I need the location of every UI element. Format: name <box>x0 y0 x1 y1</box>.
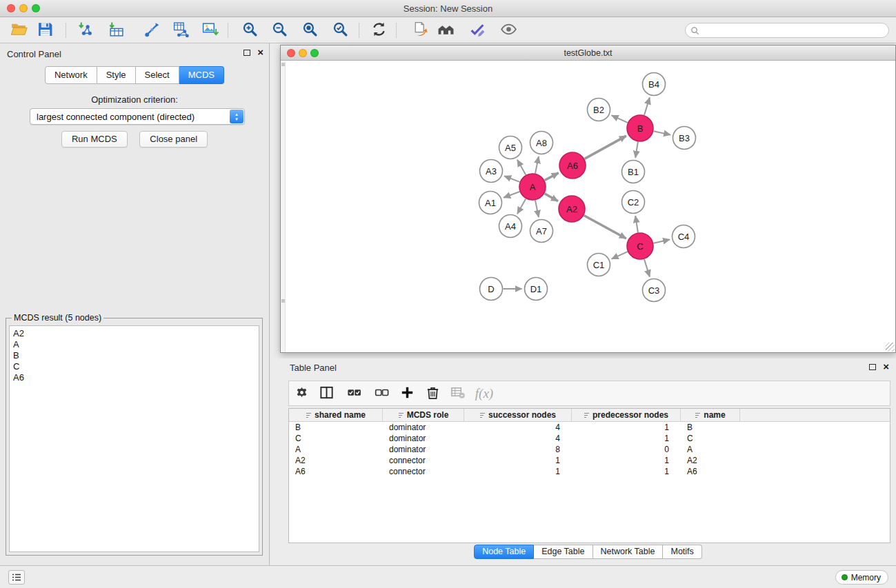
zoom-fit-button[interactable] <box>299 21 320 40</box>
table-cell[interactable]: A <box>681 444 740 455</box>
table-cell[interactable]: C <box>289 433 383 444</box>
graph-node-A1[interactable]: A1 <box>479 192 502 214</box>
table-cell[interactable]: dominator <box>383 433 464 444</box>
table-cell[interactable]: 1 <box>464 455 572 466</box>
graph-edge-A6-B[interactable] <box>585 136 626 159</box>
check-pen-button[interactable] <box>467 21 488 40</box>
table-tab-edge-table[interactable]: Edge Table <box>534 545 593 559</box>
close-table-panel-icon[interactable]: × <box>883 363 889 370</box>
graph-edge-A-A6[interactable] <box>545 173 559 181</box>
refresh-button[interactable] <box>368 21 389 40</box>
delete-table-button[interactable] <box>447 384 468 403</box>
graph-node-A4[interactable]: A4 <box>499 215 522 238</box>
settings-button[interactable] <box>291 384 312 403</box>
table-cell[interactable]: A6 <box>289 466 383 477</box>
graph-node-B[interactable]: B <box>627 115 653 141</box>
column-header-MCDS-role[interactable]: MCDS role <box>383 409 464 421</box>
column-header-name[interactable]: name <box>681 409 740 421</box>
graph-edge-B-B4[interactable] <box>644 98 650 115</box>
result-item[interactable]: A6 <box>13 372 255 383</box>
table-cell[interactable]: connector <box>383 466 464 477</box>
graph-node-B1[interactable]: B1 <box>622 161 645 183</box>
graph-node-A3[interactable]: A3 <box>480 160 503 183</box>
select-all-button[interactable] <box>344 384 364 403</box>
graph-edge-A-A8[interactable] <box>535 156 539 173</box>
save-button[interactable] <box>34 21 55 40</box>
graph-edge-B-B1[interactable] <box>635 142 638 158</box>
mcds-result-list[interactable]: A2ABCA6 <box>9 325 259 552</box>
graph-node-B4[interactable]: B4 <box>643 73 666 96</box>
import-network-button[interactable] <box>74 21 95 40</box>
graph-edge-A-A2[interactable] <box>544 194 558 201</box>
close-panel-icon[interactable]: × <box>257 49 263 56</box>
zoom-in-button[interactable] <box>239 21 260 40</box>
graph-node-A8[interactable]: A8 <box>530 132 553 154</box>
graph-edge-B-B2[interactable] <box>612 115 628 122</box>
graph-node-C3[interactable]: C3 <box>643 279 666 302</box>
table-tab-node-table[interactable]: Node Table <box>474 545 534 559</box>
table-cell[interactable]: 1 <box>572 433 681 444</box>
network-graph[interactable]: B4B2BB3A8A5A6A3B1AC2A1A2A4A7C4CC1DD1C3 <box>286 61 895 354</box>
image-export-button[interactable] <box>199 21 220 40</box>
control-tab-select[interactable]: Select <box>136 66 179 84</box>
graph-node-A2[interactable]: A2 <box>559 196 585 222</box>
float-panel-icon[interactable] <box>243 50 250 56</box>
table-cell[interactable]: 1 <box>572 466 681 477</box>
float-table-panel-icon[interactable] <box>869 364 876 370</box>
table-cell[interactable]: dominator <box>383 444 464 455</box>
control-tab-network[interactable]: Network <box>45 66 97 84</box>
result-item[interactable]: C <box>13 361 255 372</box>
graph-node-A7[interactable]: A7 <box>530 220 553 243</box>
graph-node-D[interactable]: D <box>480 278 503 301</box>
graph-node-C2[interactable]: C2 <box>622 191 645 214</box>
gutter-handle[interactable] <box>281 63 285 66</box>
graph-edge-A-A3[interactable] <box>504 176 519 182</box>
graph-edge-B-B3[interactable] <box>654 131 670 134</box>
homes-button[interactable] <box>435 21 456 40</box>
table-cell[interactable]: 0 <box>572 444 681 455</box>
control-tab-style[interactable]: Style <box>97 66 136 84</box>
panel-menu-button[interactable] <box>8 570 25 585</box>
table-cell[interactable]: 1 <box>464 466 572 477</box>
graph-edge-A-A4[interactable] <box>517 199 526 214</box>
add-button[interactable] <box>397 384 417 403</box>
table-cell[interactable]: 4 <box>464 433 572 444</box>
graph-node-D1[interactable]: D1 <box>525 278 548 301</box>
table-cell[interactable]: A6 <box>681 466 740 477</box>
graph-node-C4[interactable]: C4 <box>673 225 695 248</box>
search-input[interactable] <box>702 24 883 37</box>
network-selection-button[interactable] <box>141 21 162 40</box>
table-row[interactable]: Bdominator41B <box>289 422 890 433</box>
table-cell[interactable]: 1 <box>572 422 681 433</box>
delete-button[interactable] <box>422 384 443 403</box>
table-cell[interactable]: 1 <box>572 455 681 466</box>
graph-edge-A2-C[interactable] <box>584 216 626 239</box>
table-cell[interactable]: B <box>289 422 383 433</box>
graph-node-A5[interactable]: A5 <box>499 136 522 159</box>
graph-node-B3[interactable]: B3 <box>673 127 696 150</box>
table-row[interactable]: Adominator80A <box>289 444 890 455</box>
graph-edge-A-A5[interactable] <box>517 160 526 175</box>
import-table-button[interactable] <box>106 21 126 40</box>
graph-node-A6[interactable]: A6 <box>559 152 586 179</box>
deselect-all-button[interactable] <box>371 384 392 403</box>
zoom-selected-button[interactable] <box>330 21 350 40</box>
result-item[interactable]: A <box>13 339 255 350</box>
eye-button[interactable] <box>498 21 519 40</box>
network-canvas[interactable]: B4B2BB3A8A5A6A3B1AC2A1A2A4A7C4CC1DD1C3 <box>281 61 895 352</box>
run-mcds-button[interactable]: Run MCDS <box>61 131 128 148</box>
document-copy-button[interactable] <box>410 21 430 40</box>
result-item[interactable]: B <box>13 350 255 361</box>
graph-node-C1[interactable]: C1 <box>588 254 610 276</box>
resize-grip[interactable] <box>886 343 895 352</box>
graph-edge-C-C4[interactable] <box>654 239 670 243</box>
graph-node-A[interactable]: A <box>519 174 546 200</box>
column-header-predecessor-nodes[interactable]: predecessor nodes <box>572 409 681 421</box>
search-box[interactable] <box>685 23 889 38</box>
network-window-titlebar[interactable]: testGlobe.txt <box>281 45 895 61</box>
table-cell[interactable]: 8 <box>464 444 572 455</box>
graph-edge-C-C3[interactable] <box>644 259 650 276</box>
graph-edge-C-C1[interactable] <box>612 252 628 258</box>
memory-button[interactable]: Memory <box>835 570 888 585</box>
table-cell[interactable]: connector <box>383 455 464 466</box>
